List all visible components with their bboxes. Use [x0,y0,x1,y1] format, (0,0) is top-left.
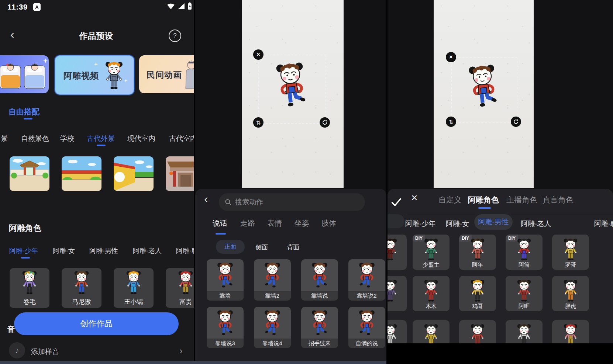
sub-tab-partial[interactable] [388,214,404,228]
role-card[interactable]: 木木 [413,276,450,311]
role-tab-male[interactable]: 阿雕-男性 [89,246,118,255]
role-card[interactable] [413,320,450,343]
role-card[interactable]: 马尼嗷 [62,268,101,308]
panda-character [357,261,377,291]
role-card[interactable]: DIY 少盟主 [413,235,450,270]
scene-tab-nature[interactable]: 自然景色 [21,134,49,143]
create-work-button[interactable]: 创作作品 [14,312,179,335]
scene-thumb-temple[interactable] [166,156,194,191]
role-card[interactable]: DIY 阿年 [459,235,496,270]
help-icon[interactable]: ? [169,30,181,42]
role-name: 王小锅 [114,298,154,306]
action-card[interactable]: 靠墙说 [301,259,338,301]
tab-expression[interactable]: 表情 [267,218,282,228]
rotate-handle[interactable] [511,117,521,127]
search-input[interactable] [234,198,359,207]
preset-card-adiao-video[interactable]: 阿雕视频 [55,55,134,95]
canvas-stage[interactable]: × ⇅ [242,0,344,188]
action-card[interactable]: 靠墙说2 [348,259,385,301]
role-tab-teen[interactable]: 阿雕-少年 [9,246,38,255]
role-name: 卷毛 [10,298,49,306]
flip-handle[interactable]: ⇅ [446,117,456,127]
action-card[interactable]: 自满的说 [348,307,385,348]
panda-character [422,279,440,305]
role-card[interactable] [552,320,589,343]
role-card[interactable]: 胖虎 [552,276,589,311]
action-card[interactable]: 靠墙说3 [207,307,244,348]
action-card[interactable]: 靠墙2 [254,259,291,301]
category-tab-adiao[interactable]: 阿雕角色 [468,195,499,205]
category-tab-anchor[interactable]: 主播角色 [506,195,537,205]
action-name: 靠墙说4 [254,339,291,348]
tab-talk[interactable]: 说话 [213,218,227,228]
tab-walk[interactable]: 走路 [240,218,255,228]
sub-tab-profession[interactable]: 阿雕-职业 [594,219,613,229]
sub-tab-elder[interactable]: 阿雕-老人 [521,219,551,229]
role-name: 富贵 [166,298,194,306]
delete-handle[interactable]: × [446,52,456,62]
role-name: 木木 [413,303,450,310]
role-tab-elder[interactable]: 阿雕-老人 [133,246,162,255]
action-card[interactable]: 靠墙 [207,259,244,301]
scene-thumb-ancient-gate[interactable] [10,156,49,191]
tab-sitting[interactable]: 坐姿 [295,218,309,228]
sub-tab-male[interactable]: 阿雕-男性 [474,214,513,230]
scene-tab-school[interactable]: 学校 [60,134,74,143]
role-card-partial[interactable] [388,320,407,343]
sparkle-icon [43,58,48,63]
sub-tab-female[interactable]: 阿雕-女 [446,219,469,229]
add-sample-audio-label[interactable]: 添加样音 [31,347,59,357]
red-wall-field-scene [62,156,101,191]
selection-box[interactable] [258,55,326,124]
role-card[interactable] [506,320,543,343]
scene-tab-ancient-indoor[interactable]: 古代室内 [169,134,194,143]
role-card[interactable]: DIY 阿筒 [506,235,543,270]
chevron-right-icon[interactable]: › [179,345,183,357]
panda-character [515,323,533,343]
confirm-check-icon[interactable] [390,197,402,207]
sub-tab-teen[interactable]: 阿雕-少年 [405,219,435,229]
action-card[interactable]: 招手过来 [301,307,338,348]
role-tab-profession[interactable]: 阿雕-职业 [176,246,194,255]
selection-box[interactable] [451,57,517,123]
view-tab-side[interactable]: 侧面 [255,243,268,252]
action-search[interactable] [219,193,365,211]
rotate-icon [513,119,519,125]
role-card[interactable]: 富贵 [166,268,194,308]
tab-body[interactable]: 肢体 [321,218,336,228]
role-card-partial[interactable] [388,235,407,270]
role-card[interactable]: 王小锅 [114,268,154,308]
role-tab-female[interactable]: 阿雕-女 [53,246,75,255]
role-card[interactable]: 罗哥 [552,235,589,270]
role-card[interactable]: 卷毛 [10,268,49,308]
role-card-partial[interactable] [388,276,407,311]
action-picker-screen: × ⇅ ‹ 说话 走路 表情 坐姿 肢体 正面 侧面 背面 [195,0,386,364]
role-name: 鸡哥 [459,303,496,310]
category-tab-custom[interactable]: 自定义 [438,195,462,205]
panda-character [124,270,143,297]
canvas-stage[interactable]: × ⇅ [434,0,534,188]
category-tab-zhenyan[interactable]: 真言角色 [543,195,574,205]
action-name: 自满的说 [348,339,385,348]
role-name: 阿筒 [506,261,543,268]
music-note-icon: ♪ [9,342,25,358]
role-card[interactable]: 阿哐 [506,276,543,311]
preset-card-sleep-animation[interactable]: 画 [0,55,49,93]
bottom-progress-bar[interactable] [0,361,386,364]
close-icon[interactable]: × [411,193,418,203]
rotate-handle[interactable] [320,117,330,128]
back-icon[interactable]: ‹ [204,194,208,204]
scene-tab-modern-indoor[interactable]: 现代室内 [127,134,155,143]
flip-handle[interactable]: ⇅ [253,117,264,128]
preset-card-folk-animation[interactable]: 民间动画 [139,55,194,93]
scene-tab-partial[interactable]: 景 [1,134,8,143]
scene-thumb-moon-gate[interactable] [114,156,154,191]
action-card[interactable]: 靠墙说4 [254,307,291,348]
view-tab-back[interactable]: 背面 [287,243,299,252]
scene-thumb-red-wall[interactable] [62,156,101,191]
role-card[interactable]: 鸡哥 [459,276,496,311]
delete-handle[interactable]: × [253,49,264,60]
role-card[interactable] [459,320,496,343]
view-tab-front[interactable]: 正面 [216,240,245,254]
scene-tab-ancient-outdoor[interactable]: 古代外景 [87,134,115,143]
